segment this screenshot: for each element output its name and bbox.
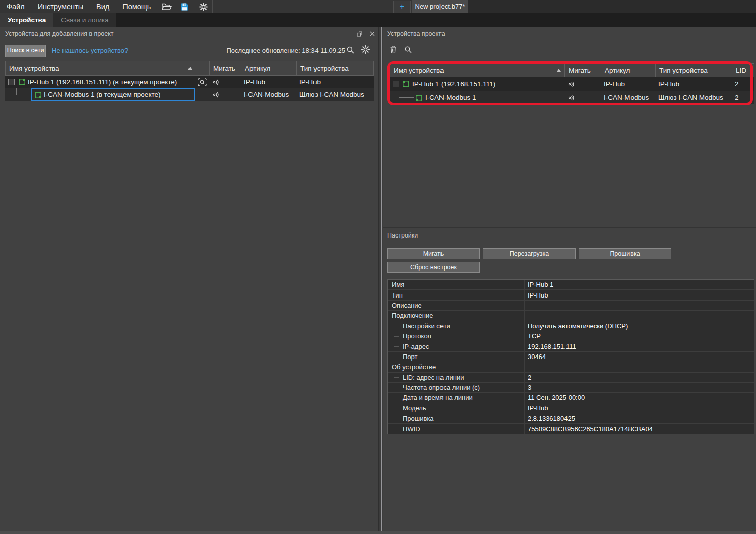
- save-project-button[interactable]: [175, 0, 194, 13]
- blink-icon: [212, 91, 220, 98]
- blink-button[interactable]: Мигать: [387, 248, 480, 259]
- column-header-article[interactable]: Артикул: [601, 64, 656, 77]
- tree-branch-line: [399, 91, 414, 98]
- menu-help[interactable]: Помощь: [116, 0, 157, 13]
- firmware-button[interactable]: Прошивка: [579, 248, 671, 259]
- tab-links-logic[interactable]: Связи и логика: [53, 13, 116, 27]
- device-row-ican-modbus[interactable]: I-CAN-Modbus 1 I-CAN-Modbus Шлюз I-CAN M…: [390, 91, 754, 104]
- device-chip-icon: [403, 81, 410, 88]
- blink-device-button[interactable]: [564, 91, 601, 104]
- property-row-name[interactable]: Имя IP-Hub 1: [388, 280, 754, 290]
- blink-icon: [568, 94, 575, 101]
- blink-device-button[interactable]: [209, 88, 241, 101]
- project-devices-table: Имя устройства Мигать Артикул Тип устрой…: [390, 63, 754, 104]
- column-header-blink[interactable]: Мигать: [210, 61, 241, 75]
- close-icon: [370, 31, 375, 36]
- float-window-icon: [357, 31, 362, 37]
- menu-view[interactable]: Вид: [90, 0, 116, 13]
- network-search-button[interactable]: Поиск в сети: [5, 45, 46, 57]
- blink-icon: [568, 81, 575, 88]
- search-settings-button[interactable]: [361, 45, 370, 54]
- property-group-about-device[interactable]: Об устройстве: [388, 362, 754, 372]
- column-header-type[interactable]: Тип устройства: [297, 61, 374, 75]
- gear-icon: [199, 2, 208, 12]
- property-row-port[interactable]: Порт 30464: [388, 352, 754, 362]
- float-panel-button[interactable]: [357, 31, 362, 37]
- tree-collapse-toggle[interactable]: [393, 81, 399, 87]
- save-icon: [180, 3, 189, 11]
- panel-devices-to-add: Устройства для добавления в проект Поиск…: [0, 27, 378, 531]
- column-header-lid[interactable]: LID: [732, 64, 755, 77]
- refresh-search-button[interactable]: [346, 46, 355, 54]
- property-row-ip-address[interactable]: IP-адрес 192.168.151.111: [388, 341, 754, 351]
- column-header-type[interactable]: Тип устройства: [656, 64, 732, 77]
- app-settings-button[interactable]: [194, 0, 212, 13]
- open-project-button[interactable]: [157, 0, 175, 13]
- search-icon: [346, 46, 355, 54]
- sort-ascending-icon: [557, 69, 561, 72]
- device-chip-icon: [416, 94, 423, 101]
- property-row-lid[interactable]: LID: адрес на линии 2: [388, 373, 754, 383]
- trash-icon: [390, 45, 397, 54]
- property-row-network-settings[interactable]: Настройки сети Получить автоматически (D…: [388, 321, 754, 331]
- folder-open-icon: [161, 3, 172, 11]
- property-grid: Имя IP-Hub 1 Тип IP-Hub Описание Подключ…: [387, 279, 754, 434]
- table-header: Имя устройства Мигать Артикул Тип устрой…: [5, 61, 374, 76]
- panel-title: Устройства для добавления в проект: [5, 30, 114, 37]
- locate-icon: [197, 78, 207, 87]
- property-row-line-datetime[interactable]: Дата и время на линии 11 Сен. 2025 00:00: [388, 393, 754, 403]
- table-header: Имя устройства Мигать Артикул Тип устрой…: [390, 63, 754, 77]
- property-row-description[interactable]: Описание: [388, 301, 754, 311]
- tree-branch-line: [16, 88, 32, 95]
- blink-icon: [212, 79, 220, 86]
- property-row-type[interactable]: Тип IP-Hub: [388, 290, 754, 300]
- property-row-poll-rate[interactable]: Частота опроса линии (с) 3: [388, 383, 754, 393]
- panel-title: Настройки: [387, 232, 418, 239]
- locate-device-button[interactable]: [196, 76, 209, 88]
- available-devices-table: Имя устройства Мигать Артикул Тип устрой…: [5, 61, 374, 101]
- blink-device-button[interactable]: [209, 76, 241, 88]
- device-row-ip-hub[interactable]: IP-Hub 1 (192.168.151.111) (в текущем пр…: [5, 76, 374, 88]
- blink-device-button[interactable]: [564, 77, 601, 91]
- reboot-button[interactable]: Перезагрузка: [483, 248, 576, 259]
- last-update-text: Последнее обновление: 18:34 11.09.25: [226, 47, 345, 54]
- close-panel-button[interactable]: [370, 31, 375, 36]
- menu-tools[interactable]: Инструменты: [31, 0, 90, 13]
- search-devices-button[interactable]: [404, 46, 412, 54]
- panel-title: Устройства проекта: [387, 30, 445, 37]
- tab-devices[interactable]: Устройства: [0, 13, 53, 27]
- property-row-firmware[interactable]: Прошивка 2.8.1336180425: [388, 413, 754, 424]
- selection-outline: [31, 88, 195, 101]
- search-icon: [404, 46, 412, 54]
- sort-ascending-icon: [188, 67, 192, 70]
- device-chip-icon: [18, 79, 25, 86]
- delete-device-button[interactable]: [390, 45, 397, 54]
- tree-collapse-toggle[interactable]: [8, 79, 15, 85]
- device-row-ican-modbus[interactable]: I-CAN-Modbus 1 (в текущем проекте) I-CAN…: [5, 88, 374, 101]
- menu-file[interactable]: Файл: [0, 0, 31, 13]
- property-row-protocol[interactable]: Протокол TCP: [388, 331, 754, 341]
- panel-project-devices: Устройства проекта Имя устройства Мигать…: [383, 27, 756, 227]
- device-not-found-link[interactable]: Не нашлось устройство?: [52, 47, 128, 54]
- window-bottom-edge: [0, 531, 756, 534]
- menu-bar: Файл Инструменты Вид Помощь: [0, 0, 756, 13]
- panel-settings: Настройки Мигать Перезагрузка Прошивка С…: [383, 227, 756, 532]
- app-window: Файл Инструменты Вид Помощь: [0, 0, 756, 534]
- column-header-name[interactable]: Имя устройства: [390, 64, 565, 77]
- menubar-filler: [468, 0, 756, 13]
- project-tab[interactable]: New project.b77*: [412, 0, 468, 13]
- column-header-article[interactable]: Артикул: [241, 61, 297, 75]
- property-row-hwid[interactable]: HWID 75509C88CB956C265C180A17148CBA04: [388, 424, 754, 433]
- column-header-locate[interactable]: [196, 61, 210, 75]
- property-row-model[interactable]: Модель IP-Hub: [388, 403, 754, 413]
- property-group-connection[interactable]: Подключение: [388, 311, 754, 321]
- device-row-ip-hub[interactable]: IP-Hub 1 (192.168.151.111) IP-Hub IP-Hub…: [390, 77, 754, 91]
- gear-icon: [361, 45, 370, 54]
- new-project-tab-button[interactable]: +: [393, 1, 411, 13]
- column-header-name[interactable]: Имя устройства: [6, 61, 196, 75]
- view-tabstrip: Устройства Связи и логика: [0, 13, 756, 27]
- toolbar-separator: [212, 0, 213, 13]
- reset-settings-button[interactable]: Сброс настроек: [387, 262, 480, 273]
- column-header-blink[interactable]: Мигать: [565, 64, 601, 77]
